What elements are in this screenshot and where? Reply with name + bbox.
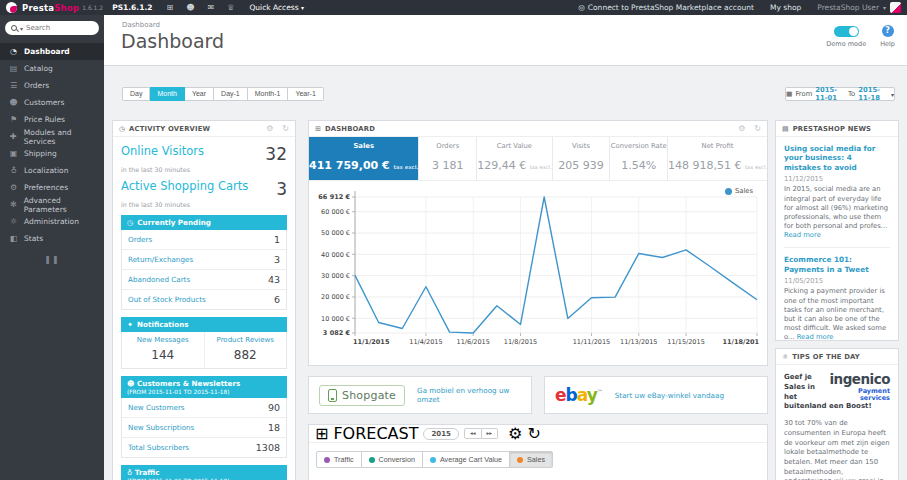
kpi-tab-sales[interactable]: Sales411 759,00 € tax excl. xyxy=(309,137,419,180)
active-carts-link[interactable]: Active Shopping Carts xyxy=(121,179,248,193)
price-rules-icon: ⚑ xyxy=(9,115,18,124)
localization-icon: ♁ xyxy=(9,166,18,175)
sidebar-item-price-rules[interactable]: ⚑Price Rules xyxy=(0,111,104,128)
sidebar-item-label: Modules and Services xyxy=(24,128,104,146)
refresh-icon[interactable]: ↻ xyxy=(527,424,540,443)
svg-text:3 082 €: 3 082 € xyxy=(323,329,351,337)
search-input[interactable] xyxy=(26,24,86,32)
read-more-link[interactable]: Read more xyxy=(784,231,821,239)
sidebar-item-label: Customers xyxy=(24,98,64,107)
range-button-year-1[interactable]: Year-1 xyxy=(288,87,323,101)
next-year-button[interactable]: ▸▸ xyxy=(482,428,499,440)
news-article-title[interactable]: Using social media for your business: 4 … xyxy=(784,144,890,172)
pending-row-link[interactable]: Return/Exchanges xyxy=(128,255,193,264)
gear-icon[interactable]: ⚙ xyxy=(508,424,522,443)
customers-row-link[interactable]: New Subscriptions xyxy=(128,423,194,432)
product-reviews-cell[interactable]: Product Reviews 882 xyxy=(204,332,287,368)
online-visitors-link[interactable]: Online Visitors xyxy=(121,144,204,158)
svg-text:11/4/2015: 11/4/2015 xyxy=(409,338,442,346)
customers-newsletters-header: ☻ Customers & Newsletters (FROM 2015-11-… xyxy=(121,376,287,398)
svg-text:11/15/2015: 11/15/2015 xyxy=(667,338,704,346)
customers-row-link[interactable]: Total Subscribers xyxy=(128,443,189,452)
previous-year-button[interactable]: ◂◂ xyxy=(464,428,482,440)
prestashop-admin: PrestaShop 1.6.1.2 PS1.6.1.2 ⊞ ☻ ✉ ♕ Qui… xyxy=(0,0,907,480)
clock-icon: ◷ xyxy=(119,125,125,133)
kpi-tab-cart-value[interactable]: Cart Value129,44 € tax excl. xyxy=(477,137,552,180)
refresh-icon[interactable]: ↻ xyxy=(754,124,761,133)
brand-wordmark[interactable]: PrestaShop xyxy=(22,3,79,13)
cart-icon: ⊞ xyxy=(315,424,328,443)
range-button-year[interactable]: Year xyxy=(185,87,214,101)
sidebar-item-catalog[interactable]: ▤Catalog xyxy=(0,60,104,77)
news-icon: ▤ xyxy=(782,125,789,133)
sidebar-item-customers[interactable]: ☻Customers xyxy=(0,94,104,111)
forecast-filter-conversion[interactable]: Conversion xyxy=(362,451,423,468)
sidebar-item-stats[interactable]: ◧Stats xyxy=(0,230,104,247)
range-button-month-1[interactable]: Month-1 xyxy=(248,87,289,101)
svg-text:11/1/2015: 11/1/2015 xyxy=(353,338,390,346)
sidebar-item-orders[interactable]: ☰Orders xyxy=(0,77,104,94)
online-visitors-value: 32 xyxy=(265,144,287,164)
kpi-tab-net-profit[interactable]: Net Profit148 918,51 € tax excl. xyxy=(668,137,767,180)
read-more-link[interactable]: Read more xyxy=(797,333,834,341)
range-button-month[interactable]: Month xyxy=(150,87,184,101)
my-shop-link[interactable]: My shop xyxy=(770,3,801,12)
average-cart-value-dot xyxy=(430,457,436,463)
sidebar-item-shipping[interactable]: ▣Shipping xyxy=(0,145,104,162)
marketplace-link[interactable]: ◎Connect to PrestaShop Marketplace accou… xyxy=(578,3,754,12)
gear-icon[interactable]: ⚙ xyxy=(738,124,745,133)
kpi-tab-visits[interactable]: Visits205 939 xyxy=(553,137,611,180)
forecast-filter-traffic[interactable]: Traffic xyxy=(316,451,362,468)
date-range-picker[interactable]: ▦ From2015-11-01 To2015-11-18 ▾ xyxy=(785,87,895,101)
pending-row: Return/Exchanges3 xyxy=(122,250,286,270)
kpi-tab-conversion-rate[interactable]: Conversion Rate1.54% xyxy=(610,137,668,180)
news-article: Using social media for your business: 4 … xyxy=(784,144,890,240)
pending-row-link[interactable]: Abandoned Carts xyxy=(128,275,190,284)
sidebar-item-dashboard[interactable]: ◔Dashboard xyxy=(0,43,104,60)
marketplace-icon: ◎ xyxy=(578,3,585,12)
pending-row-link[interactable]: Out of Stock Products xyxy=(128,295,206,304)
new-messages-cell[interactable]: New Messages 144 xyxy=(122,332,204,368)
brand-version: 1.6.1.2 xyxy=(82,4,103,11)
news-article-title[interactable]: Ecommerce 101: Payments in a Tweet xyxy=(784,255,890,274)
customers-row: New Customers90 xyxy=(122,398,286,418)
user-menu[interactable]: PrestaShop User ▾ xyxy=(817,2,901,13)
range-button-day[interactable]: Day xyxy=(122,87,150,101)
sidebar-item-localization[interactable]: ♁Localization xyxy=(0,162,104,179)
sidebar-search[interactable]: ▾ xyxy=(5,21,99,35)
forecast-year: 2015 xyxy=(423,428,458,440)
gear-icon[interactable]: ⚙ xyxy=(266,124,273,133)
sidebar-item-label: Localization xyxy=(24,166,68,175)
range-button-day-1[interactable]: Day-1 xyxy=(214,87,248,101)
pending-row-link[interactable]: Orders xyxy=(128,235,152,244)
customers-row-link[interactable]: New Customers xyxy=(128,403,185,412)
trophy-icon[interactable]: ♕ xyxy=(227,3,234,12)
sidebar-item-advanced-parameters[interactable]: ✻Advanced Parameters xyxy=(0,196,104,213)
quick-access-menu[interactable]: Quick Access ▾ xyxy=(249,3,304,12)
dashboard-panel: ⊞ DASHBOARD ⚙ ↻ Sales411 759,00 € tax ex… xyxy=(308,120,768,366)
svg-text:11/11/2015: 11/11/2015 xyxy=(573,338,610,346)
forecast-filter-average-cart-value[interactable]: Average Cart Value xyxy=(423,451,510,468)
tips-of-the-day-panel: ☼ TIPS OF THE DAY ingenico Payment servi… xyxy=(775,348,899,480)
ebay-link[interactable]: Start uw eBay-winkel vandaag xyxy=(615,391,724,400)
kpi-tab-orders[interactable]: Orders3 181 xyxy=(419,137,477,180)
lightbulb-icon: ☼ xyxy=(782,353,788,361)
mail-icon[interactable]: ✉ xyxy=(208,3,215,12)
svg-text:11/6/2015: 11/6/2015 xyxy=(457,338,490,346)
shopgate-link[interactable]: Ga mobiel en verhoog uw omzet xyxy=(417,386,521,404)
sidebar-collapse-button[interactable]: ❚❚ xyxy=(0,255,104,264)
refresh-icon[interactable]: ↻ xyxy=(282,124,289,133)
profile-icon[interactable]: ☻ xyxy=(186,3,194,12)
sidebar-item-preferences[interactable]: ⚙Preferences xyxy=(0,179,104,196)
sidebar-item-modules-and-services[interactable]: ✚Modules and Services xyxy=(0,128,104,145)
sidebar-item-label: Stats xyxy=(24,234,43,243)
forecast-filter-sales[interactable]: Sales xyxy=(510,451,553,468)
breadcrumb[interactable]: Dashboard xyxy=(122,21,160,29)
cart-icon[interactable]: ⊞ xyxy=(166,3,173,12)
help-icon[interactable]: ? xyxy=(882,25,894,37)
page-title: Dashboard xyxy=(121,30,224,52)
svg-text:60 000 €: 60 000 € xyxy=(321,208,350,216)
demo-mode-toggle[interactable] xyxy=(834,26,859,37)
sidebar-item-administration[interactable]: ☼Administration xyxy=(0,213,104,230)
prestashop-logo-icon[interactable] xyxy=(6,2,17,13)
